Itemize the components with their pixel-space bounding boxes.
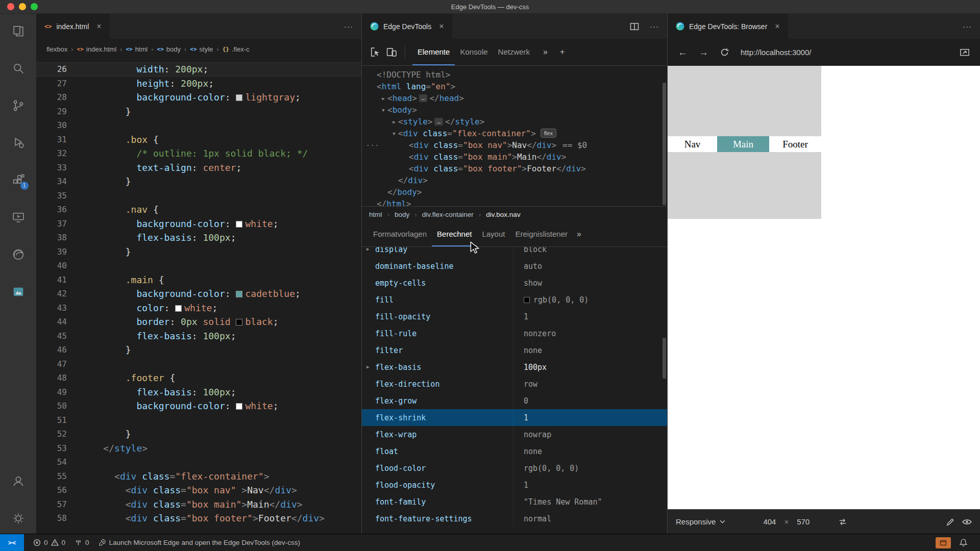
- color-swatch[interactable]: [236, 319, 242, 325]
- viewport-height-field[interactable]: 570: [797, 517, 810, 526]
- close-window-button[interactable]: [7, 3, 14, 10]
- close-icon[interactable]: ×: [96, 22, 101, 31]
- code-line-42[interactable]: 42 background-color: cadetblue;: [36, 287, 361, 301]
- dom-crumb-divflexcontainer[interactable]: div.flex-container: [422, 211, 474, 218]
- notifications-bell-icon[interactable]: [959, 538, 968, 547]
- computed-fill-opacity[interactable]: fill-opacity1: [362, 308, 667, 325]
- code-line-28[interactable]: 28 background-color: lightgray;: [36, 90, 361, 105]
- chevron-collapsed-icon[interactable]: ▶: [366, 247, 369, 252]
- chevron-collapsed-icon[interactable]: ▶: [390, 116, 398, 128]
- color-swatch[interactable]: [524, 297, 530, 303]
- tab-edge-devtools[interactable]: Edge DevTools ×: [362, 14, 453, 39]
- tab-layout[interactable]: Layout: [477, 222, 510, 246]
- dom-node[interactable]: ▼<body>: [362, 104, 667, 116]
- code-line-54[interactable]: 54: [36, 455, 361, 469]
- dom-node[interactable]: ···<div class="box nav">Nav</div>== $0: [362, 139, 667, 151]
- computed-font-family[interactable]: font-family"Times New Roman": [362, 493, 667, 510]
- dom-node[interactable]: <div class="box footer">Footer</div>: [362, 163, 667, 174]
- browser-more-actions-icon[interactable]: ···: [963, 22, 972, 31]
- tab-edge-devtools-browser[interactable]: Edge DevTools: Browser ×: [668, 14, 789, 39]
- inspect-element-icon[interactable]: [369, 46, 381, 58]
- dom-crumb-divboxnav[interactable]: div.box.nav: [486, 211, 520, 218]
- code-line-50[interactable]: 50 background-color: white;: [36, 399, 361, 413]
- device-mode-dropdown[interactable]: Responsive: [676, 517, 725, 526]
- color-swatch[interactable]: [236, 403, 242, 410]
- rendered-footer-box[interactable]: Footer: [769, 136, 821, 152]
- tab-netzwerk[interactable]: Netzwerk: [493, 39, 535, 65]
- code-line-39[interactable]: 39 }: [36, 245, 361, 259]
- code-line-48[interactable]: 48 .footer {: [36, 371, 361, 385]
- chevron-collapsed-icon[interactable]: ▶: [379, 93, 387, 105]
- url-bar[interactable]: http://localhost:3000/: [741, 48, 948, 57]
- code-line-31[interactable]: 31 .box {: [36, 133, 361, 147]
- close-icon[interactable]: ×: [775, 22, 779, 31]
- code-line-37[interactable]: 37 background-color: white;: [36, 217, 361, 231]
- computed-fill-rule[interactable]: fill-rulenonzero: [362, 325, 667, 342]
- browser-viewport[interactable]: Nav Main Footer: [668, 66, 980, 509]
- code-line-33[interactable]: 33 text-align: center;: [36, 161, 361, 175]
- dom-crumb-html[interactable]: html: [369, 211, 382, 218]
- dom-node[interactable]: <!DOCTYPE html>: [362, 69, 667, 81]
- tab-formatvorlagen[interactable]: Formatvorlagen: [368, 222, 432, 246]
- minimize-window-button[interactable]: [19, 3, 26, 10]
- back-icon[interactable]: ←: [678, 47, 688, 58]
- remote-indicator[interactable]: ><: [0, 534, 24, 551]
- explorer-icon[interactable]: [11, 24, 26, 38]
- edge-tools-icon[interactable]: [11, 247, 26, 262]
- problems-indicator[interactable]: 0 0: [33, 539, 65, 546]
- code-line-47[interactable]: 47: [36, 357, 361, 371]
- live-preview-icon[interactable]: [11, 285, 26, 299]
- code-line-55[interactable]: 55 <div class="flex-container">: [36, 469, 361, 484]
- computed-flex-basis[interactable]: ▶flex-basis100px: [362, 359, 667, 375]
- code-line-49[interactable]: 49 flex-basis: 100px;: [36, 385, 361, 399]
- source-control-icon[interactable]: [11, 98, 26, 113]
- maximize-window-button[interactable]: [31, 3, 38, 10]
- code-line-34[interactable]: 34 }: [36, 174, 361, 189]
- code-line-38[interactable]: 38 flex-basis: 100px;: [36, 231, 361, 245]
- code-line-30[interactable]: 30: [36, 118, 361, 133]
- computed-flex-grow[interactable]: flex-grow0: [362, 392, 667, 409]
- code-line-56[interactable]: 56 <div class="box nav" >Nav</div>: [36, 483, 361, 497]
- collapsed-content-icon[interactable]: …: [419, 94, 428, 102]
- chevron-expanded-icon[interactable]: ▼: [390, 128, 398, 140]
- code-area[interactable]: 26 width: 200px;27 height: 200px;28 back…: [36, 59, 361, 534]
- tab-ereignislistener[interactable]: Ereignislistener: [510, 222, 573, 246]
- dom-node[interactable]: </html>: [362, 198, 667, 206]
- computed-display[interactable]: ▶displayblock: [362, 247, 667, 258]
- run-debug-icon[interactable]: [11, 136, 26, 150]
- code-line-35[interactable]: 35: [36, 189, 361, 203]
- dom-node[interactable]: <div class="box main">Main</div>: [362, 151, 667, 163]
- computed-filter[interactable]: filternone: [362, 342, 667, 359]
- code-line-58[interactable]: 58 <div class="box footer">Footer</div>: [36, 511, 361, 525]
- tab-index-html[interactable]: <> index.html ×: [36, 14, 110, 39]
- breadcrumb-item-indexhtml[interactable]: <>index.html: [77, 45, 117, 53]
- edit-css-icon[interactable]: [946, 517, 955, 527]
- code-line-27[interactable]: 27 height: 200px;: [36, 77, 361, 91]
- breadcrumb-item-flexbox[interactable]: flexbox: [46, 45, 67, 53]
- computed-empty-cells[interactable]: empty-cellsshow: [362, 274, 667, 291]
- edge-tools-status-icon[interactable]: [936, 537, 951, 548]
- code-line-29[interactable]: 29 }: [36, 105, 361, 119]
- collapsed-content-icon[interactable]: …: [434, 118, 443, 126]
- viewport-width-field[interactable]: 404: [763, 517, 776, 526]
- settings-gear-icon[interactable]: [11, 511, 26, 525]
- rotate-viewport-icon[interactable]: [838, 517, 847, 527]
- code-line-26[interactable]: 26 width: 200px;: [36, 62, 361, 77]
- split-editor-icon[interactable]: [629, 21, 640, 32]
- screencast-icon[interactable]: [960, 47, 970, 58]
- computed-dominant-baseline[interactable]: dominant-baselineauto: [362, 258, 667, 274]
- dom-node[interactable]: </div>: [362, 174, 667, 186]
- rendered-main-box[interactable]: Main: [717, 136, 769, 152]
- computed-flood-color[interactable]: flood-colorrgb(0, 0, 0): [362, 460, 667, 477]
- computed-flex-wrap[interactable]: flex-wrapnowrap: [362, 426, 667, 443]
- device-emulation-icon[interactable]: [385, 46, 398, 58]
- chevron-collapsed-icon[interactable]: ▶: [366, 364, 369, 369]
- computed-flex-shrink[interactable]: flex-shrink1: [362, 409, 667, 426]
- launch-edge-button[interactable]: Launch Microsoft Edge and open the Edge …: [99, 539, 300, 546]
- extensions-icon[interactable]: 1: [11, 173, 26, 187]
- rendered-nav-box[interactable]: Nav: [668, 136, 717, 152]
- sidebar-tabs-overflow-icon[interactable]: »: [573, 222, 585, 246]
- search-icon[interactable]: [11, 61, 26, 76]
- account-icon[interactable]: [11, 474, 26, 488]
- add-tab-icon[interactable]: +: [556, 39, 569, 65]
